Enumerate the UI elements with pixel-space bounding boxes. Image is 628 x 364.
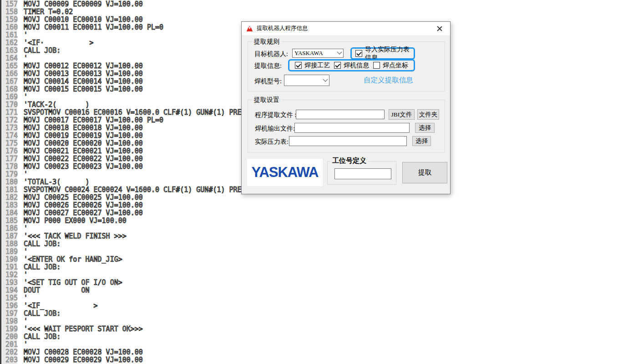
pressure-table-select-button[interactable]: 选择 [412,136,431,146]
code-text: ' [17,341,28,349]
welder-info-label: 焊机信息 [344,61,369,70]
yaskawa-logo-text: YASKAWA [252,164,319,181]
jbi-file-button[interactable]: JBI文件 [389,109,415,120]
welder-model-select[interactable] [284,75,329,86]
line-number: 191 [0,263,17,271]
code-line: 201' [0,341,628,349]
line-number: 167 [0,78,17,86]
line-number: 171 [0,109,17,116]
code-text: CALL JOB: [17,263,61,271]
line-number: 162 [0,39,17,47]
line-number: 195 [0,294,17,302]
close-button[interactable] [432,23,446,35]
code-text: MOVJ C00021 EC00021 VJ=100.00 [17,147,143,155]
code-text: ' [17,55,28,62]
code-text: ' [17,93,28,101]
line-number: 160 [0,24,17,31]
code-text: TIMER T=0.02 [17,8,73,16]
code-text: MOVJ C00020 EC00020 VJ=100.00 [17,140,143,147]
folder-button[interactable]: 文件夹 [417,109,439,120]
line-number: 193 [0,279,17,287]
code-line: 186' [0,225,628,233]
line-number: 184 [0,209,17,217]
line-number: 164 [0,55,17,62]
line-number: 194 [0,287,17,294]
line-number: 202 [0,349,17,356]
checkbox-icon[interactable] [373,62,380,69]
dialog-title: 提取机器人程序信息 [257,25,308,32]
code-text: MOVJ C00011 EC00011 VJ=100.00 PL=0 [17,24,163,31]
chevron-down-icon [323,76,328,81]
code-text: MOVJ C00012 EC00012 VJ=100.00 [17,62,143,70]
line-number: 181 [0,186,17,194]
code-text: ' [17,171,28,178]
station-number-legend: 工位号定义 [330,157,368,165]
welder-info-checkbox[interactable]: 焊机信息 [334,61,369,70]
line-number: 157 [0,0,17,8]
line-number: 197 [0,310,17,318]
extract-button[interactable]: 提取 [402,162,447,183]
code-text: MOVJ C00009 EC00009 VJ=100.00 [17,0,143,8]
code-text: MOVJ C00026 EC00026 VJ=100.00 [17,202,143,209]
code-text: MOVJ C00014 EC00014 VJ=100.00 [17,78,143,86]
code-text: MOVJ P000 EX000 VJ=100.00 [17,217,127,225]
line-number: 170 [0,101,17,109]
code-line: 190'<ENTER OK for HAND_JIG> [0,256,628,263]
extract-rules-legend: 提取规则 [252,38,281,46]
code-text: 'TACK-2( ) [17,101,90,109]
code-line: 157MOVJ C00009 EC00009 VJ=100.00 [0,0,628,8]
custom-extract-link[interactable]: 自定义提取信息 [364,76,413,85]
code-text: '<<< WAIT PESPORT START OK>>> [17,325,143,333]
code-text: ' [17,248,28,256]
code-line: 182MOVJ C00025 EC00025 VJ=100.00 [0,194,628,202]
code-text: ' [17,225,28,233]
line-number: 186 [0,225,17,233]
code-text: CALL JOB: [17,240,61,248]
line-number: 187 [0,233,17,240]
welder-output-input[interactable] [294,123,410,133]
code-text: ' [17,271,28,279]
code-text: MOVJ C00025 EC00025 VJ=100.00 [17,194,143,202]
code-line: 187'<<< TACK WELD FINISH >>> [0,233,628,240]
program-file-input[interactable] [296,110,385,119]
code-text: ' [17,31,28,39]
code-text: MOVJ C00022 EC00022 VJ=100.00 [17,155,143,163]
code-text: MOVJ C00023 EC00023 VJ=100.00 [17,163,143,171]
line-number: 196 [0,302,17,310]
code-text: CALL JOB: [17,333,61,341]
line-number: 168 [0,86,17,93]
code-text: MOVJ C00027 EC00027 VJ=100.00 [17,209,143,217]
extract-robot-program-dialog: 提取机器人程序信息 提取规则 目标机器人: YASKAWA 导入实际压力表信息 … [241,21,451,194]
weld-point-checkbox[interactable]: 焊点坐标 [373,61,408,70]
pressure-table-input[interactable] [289,136,407,146]
code-text: DOUT ON [17,287,90,294]
code-text: '<IF· > [17,39,94,47]
target-robot-select[interactable]: YASKAWA [292,49,344,58]
station-number-input[interactable] [334,168,391,179]
line-number: 198 [0,318,17,325]
code-line: 198' [0,318,628,325]
chevron-down-icon [337,50,342,55]
code-line: 183MOVJ C00026 EC00026 VJ=100.00 [0,202,628,209]
welder-output-select-button[interactable]: 选择 [415,123,435,133]
code-text: '<SET TIG OUT OF I/O ON> [17,279,122,287]
checkbox-icon[interactable] [295,62,302,69]
line-number: 165 [0,62,17,70]
code-text: 'TOTAL-3( ) [17,178,90,186]
line-number: 190 [0,256,17,263]
code-text: CALL JOB: [17,47,61,55]
checkbox-icon[interactable] [355,50,362,57]
welder-output-label: 焊机输出文件: [255,125,295,133]
line-number: 180 [0,178,17,186]
code-text: MOVJ C00019 EC00019 VJ=100.00 [17,132,143,140]
code-text: MOVJ C00013 EC00013 VJ=100.00 [17,70,143,78]
line-number: 179 [0,171,17,178]
weld-process-checkbox[interactable]: 焊接工艺 [295,61,330,70]
line-number: 185 [0,217,17,225]
app-logo-icon [246,25,253,32]
dialog-titlebar[interactable]: 提取机器人程序信息 [242,22,450,35]
line-number: 163 [0,47,17,55]
checkbox-icon[interactable] [334,62,341,69]
code-text: MOVJ C00015 EC00015 VJ=100.00 [17,86,143,93]
yaskawa-logo: YASKAWA [247,159,323,186]
